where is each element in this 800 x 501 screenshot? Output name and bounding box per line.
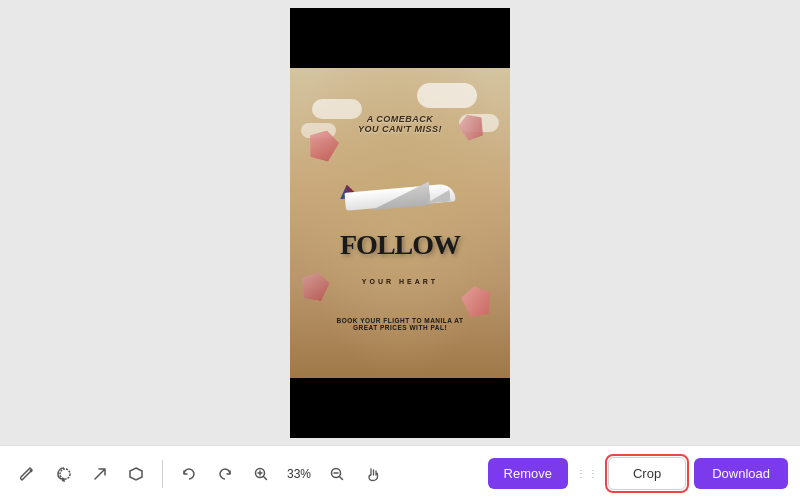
svg-line-5 (264, 476, 267, 479)
zoom-in-icon (253, 466, 269, 482)
zoom-in-button[interactable] (245, 458, 277, 490)
pen-tool-button[interactable] (12, 458, 44, 490)
poster-main-title: FOLLOW (340, 229, 460, 261)
lasso-tool-button[interactable] (48, 458, 80, 490)
lasso-icon (56, 466, 72, 482)
cloud-right (417, 83, 477, 108)
divider-1 (162, 460, 163, 488)
arrow-icon (92, 466, 108, 482)
black-top-bar (290, 8, 510, 68)
svg-point-0 (60, 469, 70, 479)
cloud-left (312, 99, 362, 119)
undo-icon (181, 466, 197, 482)
zoom-out-icon (329, 466, 345, 482)
tool-group-drawing (12, 458, 152, 490)
poster-subtitle: YOUR HEART (362, 278, 438, 285)
undo-button[interactable] (173, 458, 205, 490)
shape-icon (128, 466, 144, 482)
black-bottom-bar (290, 378, 510, 438)
hand-icon (365, 466, 381, 482)
poster-tagline: A COMEBACK YOU CAN'T MISS! (358, 114, 442, 134)
zoom-percent: 33% (281, 467, 317, 481)
svg-line-8 (340, 476, 343, 479)
redo-button[interactable] (209, 458, 241, 490)
arrow-tool-button[interactable] (84, 458, 116, 490)
hand-tool-button[interactable] (357, 458, 389, 490)
svg-marker-1 (130, 468, 142, 480)
shape-tool-button[interactable] (120, 458, 152, 490)
remove-button[interactable]: Remove (488, 458, 568, 489)
canvas-area: A COMEBACK YOU CAN'T MISS! FOLLOW YOUR H… (0, 0, 800, 445)
pen-icon (20, 466, 36, 482)
poster: A COMEBACK YOU CAN'T MISS! FOLLOW YOUR H… (290, 68, 510, 378)
selection-indicator: ⋮⋮ (576, 468, 600, 479)
crop-button-wrapper: Crop (608, 457, 686, 490)
redo-icon (217, 466, 233, 482)
zoom-out-button[interactable] (321, 458, 353, 490)
zoom-controls: 33% (173, 458, 389, 490)
action-buttons: Remove ⋮⋮ Crop Download (488, 457, 788, 490)
crop-button[interactable]: Crop (608, 457, 686, 490)
download-button[interactable]: Download (694, 458, 788, 489)
poster-cta: BOOK YOUR FLIGHT TO MANILA AT GREAT PRIC… (336, 317, 463, 331)
image-container: A COMEBACK YOU CAN'T MISS! FOLLOW YOUR H… (290, 8, 510, 438)
toolbar: 33% Remove ⋮⋮ Crop Download (0, 445, 800, 501)
